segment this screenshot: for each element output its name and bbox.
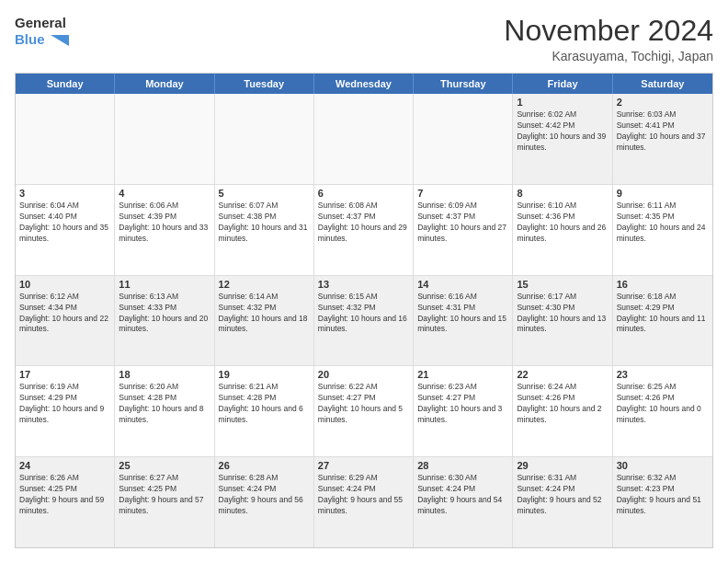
day-cell: 24Sunrise: 6:26 AM Sunset: 4:25 PM Dayli… — [16, 457, 115, 547]
empty-cell — [314, 94, 414, 184]
calendar-row: 17Sunrise: 6:19 AM Sunset: 4:29 PM Dayli… — [16, 366, 712, 457]
day-info: Sunrise: 6:07 AM Sunset: 4:38 PM Dayligh… — [219, 201, 310, 245]
empty-cell — [115, 94, 214, 184]
day-info: Sunrise: 6:17 AM Sunset: 4:30 PM Dayligh… — [517, 292, 608, 336]
day-info: Sunrise: 6:14 AM Sunset: 4:32 PM Dayligh… — [219, 292, 310, 336]
day-number: 20 — [318, 369, 409, 380]
day-cell: 25Sunrise: 6:27 AM Sunset: 4:25 PM Dayli… — [115, 457, 214, 547]
day-cell: 21Sunrise: 6:23 AM Sunset: 4:27 PM Dayli… — [414, 366, 513, 456]
day-number: 5 — [219, 188, 310, 199]
day-info: Sunrise: 6:24 AM Sunset: 4:26 PM Dayligh… — [517, 382, 608, 426]
day-cell: 7Sunrise: 6:09 AM Sunset: 4:37 PM Daylig… — [414, 185, 513, 275]
day-cell: 14Sunrise: 6:16 AM Sunset: 4:31 PM Dayli… — [414, 276, 513, 366]
day-cell: 16Sunrise: 6:18 AM Sunset: 4:29 PM Dayli… — [613, 276, 712, 366]
day-number: 4 — [119, 188, 210, 199]
day-cell: 9Sunrise: 6:11 AM Sunset: 4:35 PM Daylig… — [613, 185, 712, 275]
page: General Blue November 2024 Karasuyama, T… — [0, 0, 728, 563]
day-cell: 10Sunrise: 6:12 AM Sunset: 4:34 PM Dayli… — [16, 276, 115, 366]
day-cell: 4Sunrise: 6:06 AM Sunset: 4:39 PM Daylig… — [115, 185, 214, 275]
day-info: Sunrise: 6:12 AM Sunset: 4:34 PM Dayligh… — [19, 292, 110, 336]
day-cell: 18Sunrise: 6:20 AM Sunset: 4:28 PM Dayli… — [115, 366, 214, 456]
day-cell: 29Sunrise: 6:31 AM Sunset: 4:24 PM Dayli… — [513, 457, 612, 547]
empty-cell — [16, 94, 115, 184]
logo: General Blue — [15, 15, 69, 48]
day-number: 29 — [517, 460, 608, 471]
day-info: Sunrise: 6:22 AM Sunset: 4:27 PM Dayligh… — [318, 382, 409, 426]
main-title: November 2024 — [504, 15, 713, 47]
day-info: Sunrise: 6:15 AM Sunset: 4:32 PM Dayligh… — [318, 292, 409, 336]
day-number: 7 — [417, 188, 508, 199]
header: General Blue November 2024 Karasuyama, T… — [15, 15, 713, 63]
day-info: Sunrise: 6:31 AM Sunset: 4:24 PM Dayligh… — [517, 473, 608, 517]
day-number: 13 — [318, 279, 409, 290]
day-info: Sunrise: 6:06 AM Sunset: 4:39 PM Dayligh… — [119, 201, 210, 245]
day-number: 25 — [119, 460, 210, 471]
day-cell: 5Sunrise: 6:07 AM Sunset: 4:38 PM Daylig… — [215, 185, 314, 275]
day-number: 2 — [617, 97, 709, 108]
day-number: 3 — [19, 188, 110, 199]
calendar-header: SundayMondayTuesdayWednesdayThursdayFrid… — [16, 74, 712, 94]
day-info: Sunrise: 6:32 AM Sunset: 4:23 PM Dayligh… — [617, 473, 709, 517]
subtitle: Karasuyama, Tochigi, Japan — [504, 49, 713, 63]
day-cell: 28Sunrise: 6:30 AM Sunset: 4:24 PM Dayli… — [414, 457, 513, 547]
day-number: 26 — [219, 460, 310, 471]
day-cell: 23Sunrise: 6:25 AM Sunset: 4:26 PM Dayli… — [613, 366, 712, 456]
day-cell: 19Sunrise: 6:21 AM Sunset: 4:28 PM Dayli… — [215, 366, 314, 456]
day-number: 28 — [417, 460, 508, 471]
calendar-body: 1Sunrise: 6:02 AM Sunset: 4:42 PM Daylig… — [16, 94, 712, 547]
day-number: 1 — [517, 97, 608, 108]
day-info: Sunrise: 6:28 AM Sunset: 4:24 PM Dayligh… — [219, 473, 310, 517]
day-header: Monday — [115, 74, 214, 94]
calendar-row: 1Sunrise: 6:02 AM Sunset: 4:42 PM Daylig… — [16, 94, 712, 185]
day-cell: 13Sunrise: 6:15 AM Sunset: 4:32 PM Dayli… — [314, 276, 414, 366]
calendar: SundayMondayTuesdayWednesdayThursdayFrid… — [15, 73, 713, 548]
day-info: Sunrise: 6:23 AM Sunset: 4:27 PM Dayligh… — [417, 382, 508, 426]
day-number: 14 — [417, 279, 508, 290]
day-info: Sunrise: 6:03 AM Sunset: 4:41 PM Dayligh… — [617, 109, 709, 154]
day-header: Sunday — [16, 74, 115, 94]
day-number: 30 — [617, 460, 709, 471]
logo-text: General Blue — [15, 15, 69, 48]
day-cell: 27Sunrise: 6:29 AM Sunset: 4:24 PM Dayli… — [314, 457, 414, 547]
day-number: 22 — [517, 369, 608, 380]
day-info: Sunrise: 6:16 AM Sunset: 4:31 PM Dayligh… — [417, 292, 508, 336]
calendar-row: 24Sunrise: 6:26 AM Sunset: 4:25 PM Dayli… — [16, 457, 712, 547]
day-cell: 12Sunrise: 6:14 AM Sunset: 4:32 PM Dayli… — [215, 276, 314, 366]
day-cell: 17Sunrise: 6:19 AM Sunset: 4:29 PM Dayli… — [16, 366, 115, 456]
day-header: Tuesday — [215, 74, 314, 94]
svg-marker-0 — [51, 35, 69, 46]
day-cell: 30Sunrise: 6:32 AM Sunset: 4:23 PM Dayli… — [613, 457, 712, 547]
calendar-row: 10Sunrise: 6:12 AM Sunset: 4:34 PM Dayli… — [16, 276, 712, 367]
day-cell: 8Sunrise: 6:10 AM Sunset: 4:36 PM Daylig… — [513, 185, 612, 275]
day-header: Thursday — [414, 74, 513, 94]
day-cell: 20Sunrise: 6:22 AM Sunset: 4:27 PM Dayli… — [314, 366, 414, 456]
day-info: Sunrise: 6:09 AM Sunset: 4:37 PM Dayligh… — [417, 201, 508, 245]
day-info: Sunrise: 6:25 AM Sunset: 4:26 PM Dayligh… — [617, 382, 709, 426]
day-cell: 11Sunrise: 6:13 AM Sunset: 4:33 PM Dayli… — [115, 276, 214, 366]
day-number: 24 — [19, 460, 110, 471]
day-cell: 3Sunrise: 6:04 AM Sunset: 4:40 PM Daylig… — [16, 185, 115, 275]
day-number: 19 — [219, 369, 310, 380]
day-info: Sunrise: 6:02 AM Sunset: 4:42 PM Dayligh… — [517, 109, 608, 154]
day-number: 6 — [318, 188, 409, 199]
day-info: Sunrise: 6:13 AM Sunset: 4:33 PM Dayligh… — [119, 292, 210, 336]
day-number: 12 — [219, 279, 310, 290]
day-info: Sunrise: 6:26 AM Sunset: 4:25 PM Dayligh… — [19, 473, 110, 517]
day-number: 23 — [617, 369, 709, 380]
day-number: 21 — [417, 369, 508, 380]
day-header: Wednesday — [314, 74, 414, 94]
empty-cell — [414, 94, 513, 184]
calendar-row: 3Sunrise: 6:04 AM Sunset: 4:40 PM Daylig… — [16, 185, 712, 276]
day-header: Friday — [513, 74, 612, 94]
day-cell: 6Sunrise: 6:08 AM Sunset: 4:37 PM Daylig… — [314, 185, 414, 275]
day-number: 18 — [119, 369, 210, 380]
day-info: Sunrise: 6:18 AM Sunset: 4:29 PM Dayligh… — [617, 292, 709, 336]
day-number: 27 — [318, 460, 409, 471]
day-info: Sunrise: 6:19 AM Sunset: 4:29 PM Dayligh… — [19, 382, 110, 426]
day-number: 9 — [617, 188, 709, 199]
day-number: 15 — [517, 279, 608, 290]
day-info: Sunrise: 6:20 AM Sunset: 4:28 PM Dayligh… — [119, 382, 210, 426]
day-info: Sunrise: 6:29 AM Sunset: 4:24 PM Dayligh… — [318, 473, 409, 517]
day-cell: 26Sunrise: 6:28 AM Sunset: 4:24 PM Dayli… — [215, 457, 314, 547]
day-cell: 2Sunrise: 6:03 AM Sunset: 4:41 PM Daylig… — [613, 94, 712, 184]
